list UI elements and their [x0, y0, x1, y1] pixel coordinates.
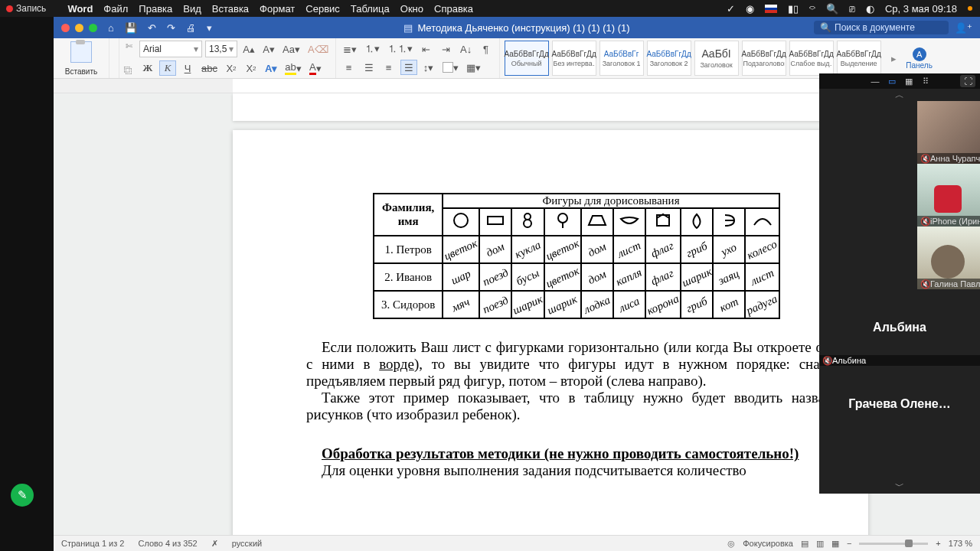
style-item[interactable]: АаБбВвГгДдОбычный [505, 41, 549, 76]
underline-button[interactable]: Ч [179, 60, 196, 76]
zoom-view-gallery-icon[interactable]: ▭ [887, 76, 897, 86]
table-cell: дом [581, 263, 613, 291]
clear-format-icon[interactable]: A⌫ [305, 41, 331, 57]
change-case-icon[interactable]: Aa▾ [280, 41, 302, 57]
menu-help[interactable]: Справка [434, 3, 473, 15]
window-zoom[interactable] [89, 24, 97, 32]
table-cell: колесо [745, 236, 779, 263]
font-size-select[interactable]: 13,5▾ [205, 41, 237, 57]
redo-icon[interactable]: ↷ [167, 22, 175, 34]
zoom-minimize-icon[interactable]: — [870, 76, 880, 86]
superscript-button[interactable]: X2 [243, 60, 260, 76]
table-cell: капля [613, 263, 645, 291]
italic-button[interactable]: К [159, 60, 176, 76]
table-cell: шарик [511, 291, 544, 318]
paragraph-2: Также этот пример показывает, что в табл… [306, 390, 847, 423]
styles-gallery[interactable]: АаБбВвГгДдОбычныйАаБбВвГгДдБез интерва…А… [500, 38, 886, 78]
subscript-button[interactable]: X2 [223, 60, 240, 76]
align-right-icon[interactable]: ≡ [381, 60, 397, 75]
menu-table[interactable]: Таблица [351, 3, 390, 15]
font-color-icon[interactable]: A▾ [307, 60, 324, 76]
participant-card-2[interactable]: Грачева Олене… [819, 366, 980, 442]
zoom-restore-icon[interactable]: ⛶ [960, 75, 975, 87]
participant-thumb-3[interactable]: 🔇Галина Павловна [917, 227, 980, 289]
menu-format[interactable]: Формат [260, 3, 295, 15]
multilevel-icon[interactable]: ⒈⒈▾ [385, 41, 415, 57]
focus-icon[interactable]: ◎ [727, 539, 735, 549]
align-left-icon[interactable]: ≡ [341, 60, 358, 75]
shrink-font-icon[interactable]: A▾ [260, 41, 277, 57]
zoom-view-speaker-icon[interactable]: ▦ [903, 76, 914, 86]
participant-card-1[interactable]: Альбина 🔇Альбина [819, 289, 980, 366]
menu-edit[interactable]: Правка [139, 3, 172, 15]
home-icon[interactable]: ⌂ [108, 22, 114, 34]
scissors-icon[interactable]: ✄ [126, 41, 132, 51]
save-icon[interactable]: 💾 [125, 22, 137, 34]
style-item[interactable]: АаБбІЗаголовок [694, 41, 739, 76]
styles-more-icon[interactable]: ▸ [886, 51, 903, 66]
participant-thumb-1[interactable]: 🔇Анна Чурапча [917, 101, 980, 164]
search-icon[interactable]: 🔍 [826, 3, 838, 15]
control-center-icon[interactable]: ⎚ [849, 3, 855, 15]
highlight-icon[interactable]: ab▾ [283, 60, 303, 76]
menu-file[interactable]: Файл [103, 3, 128, 15]
zoom-scroll-up-icon[interactable]: ︿ [819, 89, 980, 101]
style-item[interactable]: АаБбВвГгДдПодзаголовок [742, 41, 786, 76]
view-print-icon[interactable]: ▤ [801, 539, 808, 549]
view-web-icon[interactable]: ▥ [816, 539, 824, 549]
copy-icon[interactable]: ⿻ [124, 66, 132, 75]
style-item[interactable]: АаБбВвГгДдЗаголовок 2 [647, 41, 691, 76]
undo-icon[interactable]: ↶ [148, 22, 156, 34]
participant-thumb-2[interactable]: 🔇iPhone (Ирина) [917, 164, 980, 227]
table-cell: лист [613, 236, 645, 263]
zoom-scroll-down-icon[interactable]: ﹀ [819, 480, 980, 492]
status-page[interactable]: Страница 1 из 2 [61, 539, 124, 548]
zoom-slider[interactable] [859, 543, 928, 545]
menu-service[interactable]: Сервис [305, 3, 340, 15]
bold-button[interactable]: Ж [139, 60, 156, 76]
status-focus[interactable]: Фокусировка [743, 539, 793, 548]
app-name[interactable]: Word [67, 3, 93, 15]
paste-group[interactable]: Вставить [54, 38, 109, 78]
floating-action-button[interactable]: ✎ [11, 484, 34, 507]
style-item[interactable]: АаБбВвГгДдСлабое выд… [789, 41, 834, 76]
window-minimize[interactable] [75, 24, 83, 32]
grow-font-icon[interactable]: A▴ [240, 41, 257, 57]
zoom-grid-icon[interactable]: ⠿ [920, 76, 931, 86]
font-select[interactable]: Arial▾ [139, 41, 202, 57]
spellcheck-icon[interactable]: ✗ [211, 539, 218, 549]
style-item[interactable]: АаБбВвГгДдБез интерва… [552, 41, 596, 76]
zoom-in-icon[interactable]: + [936, 539, 940, 548]
justify-icon[interactable]: ☰ [400, 60, 417, 75]
increase-indent-icon[interactable]: ⇥ [438, 41, 455, 57]
shading-icon[interactable]: ▾ [440, 60, 461, 75]
siri-icon[interactable]: ◐ [866, 3, 874, 15]
flag-ru-icon[interactable] [765, 5, 777, 13]
menu-view[interactable]: Вид [183, 3, 201, 15]
style-item[interactable]: АаБбВвГгЗаголовок 1 [599, 41, 644, 76]
view-outline-icon[interactable]: ▦ [831, 539, 839, 549]
sort-icon[interactable]: A↓ [458, 41, 475, 57]
decrease-indent-icon[interactable]: ⇤ [418, 41, 435, 57]
show-marks-icon[interactable]: ¶ [478, 41, 495, 57]
bullets-icon[interactable]: ≣▾ [341, 41, 359, 57]
align-center-icon[interactable]: ☰ [361, 60, 377, 75]
strike-button[interactable]: abc [199, 60, 220, 76]
print-icon[interactable]: 🖨 [186, 22, 196, 34]
qat-more-icon[interactable]: ▾ [207, 22, 212, 34]
status-words[interactable]: Слово 4 из 352 [138, 539, 197, 548]
line-spacing-icon[interactable]: ↕▾ [420, 60, 437, 75]
zoom-level[interactable]: 173 % [949, 539, 972, 548]
numbering-icon[interactable]: ⒈▾ [362, 41, 382, 57]
text-effects-icon[interactable]: A▾ [263, 60, 279, 76]
window-close[interactable] [61, 24, 70, 32]
status-language[interactable]: русский [232, 539, 262, 548]
menu-window[interactable]: Окно [400, 3, 423, 15]
style-item[interactable]: АаБбВвГгДдВыделение [837, 41, 881, 76]
styles-pane-button[interactable]: A Панель [903, 38, 936, 78]
search-field[interactable]: 🔍 Поиск в документе [814, 21, 949, 34]
share-icon[interactable]: 👤⁺ [955, 22, 972, 34]
zoom-out-icon[interactable]: − [847, 539, 851, 548]
borders-icon[interactable]: ▦▾ [464, 60, 483, 75]
menu-insert[interactable]: Вставка [212, 3, 249, 15]
